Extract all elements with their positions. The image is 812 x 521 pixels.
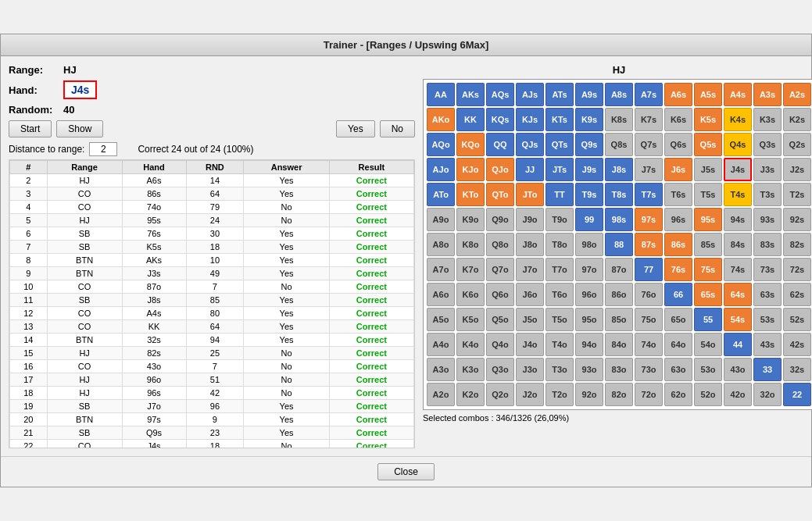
grid-cell[interactable]: 99 (575, 208, 603, 231)
grid-cell[interactable]: 87s (635, 233, 663, 256)
grid-cell[interactable]: A8o (427, 233, 455, 256)
grid-cell[interactable]: QTo (486, 183, 514, 206)
grid-cell[interactable]: 87o (605, 258, 633, 281)
grid-cell[interactable]: J7o (516, 258, 544, 281)
grid-cell[interactable]: Q9s (575, 133, 603, 156)
grid-cell[interactable]: J5s (694, 158, 722, 181)
grid-cell[interactable]: 96o (575, 283, 603, 306)
grid-cell[interactable]: 83s (753, 233, 782, 256)
grid-cell[interactable]: Q2o (486, 383, 514, 406)
grid-cell[interactable]: 52s (783, 308, 811, 331)
grid-cell[interactable]: 85o (605, 308, 633, 331)
grid-cell[interactable]: 95s (694, 208, 722, 231)
grid-cell[interactable]: K4o (456, 333, 485, 356)
grid-cell[interactable]: J5o (516, 308, 544, 331)
grid-cell[interactable]: J8s (605, 158, 633, 181)
grid-cell[interactable]: KK (456, 108, 485, 131)
close-button[interactable]: Close (377, 463, 435, 480)
grid-cell[interactable]: 92o (575, 383, 603, 406)
grid-cell[interactable]: KTo (456, 183, 485, 206)
grid-cell[interactable]: A9o (427, 208, 455, 231)
grid-cell[interactable]: J6o (516, 283, 544, 306)
grid-cell[interactable]: J8o (516, 233, 544, 256)
grid-cell[interactable]: 53s (753, 308, 782, 331)
grid-cell[interactable]: T3o (546, 358, 574, 381)
grid-cell[interactable]: A4s (724, 83, 752, 106)
grid-cell[interactable]: 75s (694, 258, 722, 281)
grid-cell[interactable]: K6o (456, 283, 485, 306)
grid-cell[interactable]: 76s (664, 258, 692, 281)
grid-cell[interactable]: J2o (516, 383, 544, 406)
grid-cell[interactable]: J2s (783, 158, 811, 181)
grid-cell[interactable]: 55 (694, 308, 722, 331)
grid-cell[interactable]: Q6s (664, 133, 692, 156)
grid-cell[interactable]: A6s (664, 83, 692, 106)
grid-cell[interactable]: K8o (456, 233, 485, 256)
grid-cell[interactable]: JTs (546, 158, 574, 181)
grid-cell[interactable]: 32o (753, 383, 782, 406)
grid-cell[interactable]: J4o (516, 333, 544, 356)
grid-cell[interactable]: Q5o (486, 308, 514, 331)
grid-cell[interactable]: J9s (575, 158, 603, 181)
grid-cell[interactable]: K4s (724, 108, 752, 131)
grid-cell[interactable]: 95o (575, 308, 603, 331)
grid-cell[interactable]: 92s (783, 208, 811, 231)
grid-cell[interactable]: T2s (783, 183, 811, 206)
grid-cell[interactable]: 88 (605, 233, 633, 256)
grid-cell[interactable]: 64s (724, 283, 752, 306)
grid-cell[interactable]: 82o (605, 383, 633, 406)
grid-cell[interactable]: 82s (783, 233, 811, 256)
grid-cell[interactable]: KJo (456, 158, 485, 181)
grid-cell[interactable]: Q6o (486, 283, 514, 306)
grid-cell[interactable]: A5o (427, 308, 455, 331)
grid-cell[interactable]: J7s (635, 158, 663, 181)
distance-input[interactable] (89, 142, 117, 156)
grid-cell[interactable]: 77 (635, 258, 663, 281)
grid-cell[interactable]: QQ (486, 133, 514, 156)
grid-cell[interactable]: AQo (427, 133, 455, 156)
grid-cell[interactable]: T4o (546, 333, 574, 356)
grid-cell[interactable]: 65s (694, 283, 722, 306)
grid-cell[interactable]: 97s (635, 208, 663, 231)
grid-cell[interactable]: T6o (546, 283, 574, 306)
grid-cell[interactable]: 96s (664, 208, 692, 231)
start-button[interactable]: Start (9, 120, 52, 137)
grid-cell[interactable]: T7o (546, 258, 574, 281)
grid-cell[interactable]: ATs (546, 83, 574, 106)
grid-cell[interactable]: T5s (694, 183, 722, 206)
grid-cell[interactable]: T3s (753, 183, 782, 206)
grid-cell[interactable]: 33 (753, 358, 782, 381)
grid-cell[interactable]: T9o (546, 208, 574, 231)
grid-cell[interactable]: 84s (724, 233, 752, 256)
grid-cell[interactable]: K6s (664, 108, 692, 131)
grid-cell[interactable]: 98o (575, 233, 603, 256)
grid-cell[interactable]: 63o (664, 358, 692, 381)
grid-cell[interactable]: Q3s (753, 133, 782, 156)
grid-cell[interactable]: 64o (664, 333, 692, 356)
grid-cell[interactable]: KJs (516, 108, 544, 131)
grid-cell[interactable]: A4o (427, 333, 455, 356)
show-button[interactable]: Show (56, 120, 103, 137)
grid-cell[interactable]: Q7o (486, 258, 514, 281)
grid-cell[interactable]: J9o (516, 208, 544, 231)
grid-cell[interactable]: 62s (783, 283, 811, 306)
grid-cell[interactable]: A7o (427, 258, 455, 281)
grid-cell[interactable]: 72s (783, 258, 811, 281)
grid-cell[interactable]: T4s (724, 183, 752, 206)
grid-cell[interactable]: Q8o (486, 233, 514, 256)
grid-cell[interactable]: J3o (516, 358, 544, 381)
grid-cell[interactable]: K2s (783, 108, 811, 131)
grid-cell[interactable]: T6s (664, 183, 692, 206)
grid-cell[interactable]: AKs (456, 83, 485, 106)
grid-cell[interactable]: 86o (605, 283, 633, 306)
grid-cell[interactable]: A3s (753, 83, 782, 106)
grid-cell[interactable]: K5o (456, 308, 485, 331)
grid-cell[interactable]: Q3o (486, 358, 514, 381)
grid-cell[interactable]: 66 (664, 283, 692, 306)
grid-cell[interactable]: 86s (664, 233, 692, 256)
grid-cell[interactable]: 94s (724, 208, 752, 231)
grid-cell[interactable]: T8o (546, 233, 574, 256)
grid-cell[interactable]: AJo (427, 158, 455, 181)
grid-cell[interactable]: AJs (516, 83, 544, 106)
grid-cell[interactable]: 73s (753, 258, 782, 281)
